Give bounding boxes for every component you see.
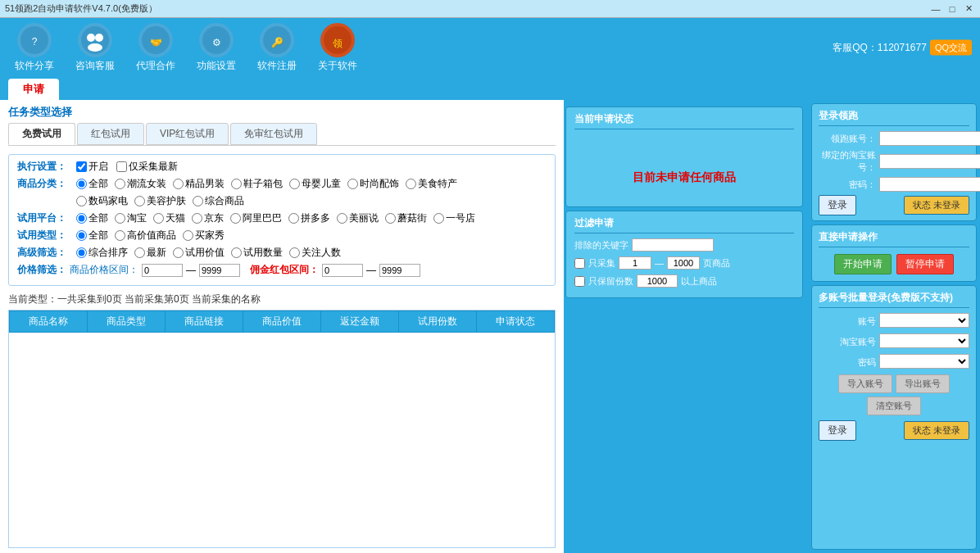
execute-checkbox-wrapper[interactable]: 开启 [76,160,108,174]
platform-setting-row: 试用平台： 全部 淘宝 天猫 京东 阿里巴巴 拼多多 美丽说 蘑菇街 一号店 [17,211,547,225]
col-apply-status: 申请状态 [477,311,555,333]
category-label: 商品分类： [17,177,75,191]
window-controls: — □ ✕ [929,3,975,15]
platform-pinduoduo[interactable]: 拼多多 [288,211,330,225]
trytype-highvalue[interactable]: 高价值商品 [115,229,176,243]
qq-badge[interactable]: QQ交流 [930,40,972,56]
coupon-from-input[interactable] [322,264,363,277]
execute-checkbox[interactable] [76,161,87,172]
trytype-buyershow[interactable]: 买家秀 [183,229,225,243]
svg-point-3 [87,34,95,42]
filter-keep-label: 只保留份数 [588,275,633,288]
toolbar-item-consult[interactable]: 咨询客服 [69,23,121,73]
advanced-followers[interactable]: 关注人数 [289,246,341,260]
toolbar-item-register[interactable]: 🔑 软件注册 [251,23,303,73]
maximize-button[interactable]: □ [946,3,959,15]
category-digital[interactable]: 数码家电 [76,194,128,208]
category-food[interactable]: 美食特产 [406,177,457,191]
svg-text:🤝: 🤝 [150,36,162,48]
task-tab-free[interactable]: 免费试用 [8,123,75,145]
filter-keep-row: 只保留份数 以上商品 [574,274,794,288]
close-button[interactable]: ✕ [962,3,975,15]
price-from-input[interactable] [142,264,183,277]
advanced-newest[interactable]: 最新 [134,246,166,260]
advanced-overall[interactable]: 综合排序 [76,246,128,260]
multi-account-title: 多账号批量登录(免费版不支持) [819,291,969,308]
multi-login-button[interactable]: 登录 [819,420,856,441]
task-tab-freeaudit[interactable]: 免审红包试用 [230,123,317,145]
toolbar-item-function[interactable]: ⚙ 功能设置 [190,23,243,73]
platform-radio-group: 全部 淘宝 天猫 京东 阿里巴巴 拼多多 美丽说 蘑菇街 一号店 [76,211,475,225]
multi-password-select[interactable] [879,354,969,369]
category-baby[interactable]: 母婴儿童 [289,177,341,191]
filter-keep-checkbox[interactable] [574,276,585,287]
apply-status-message: 目前未申请任何商品 [574,154,794,202]
clear-account-button[interactable]: 清空账号 [867,397,921,415]
account-input[interactable] [879,131,980,146]
login-status-button[interactable]: 状态 未登录 [904,196,969,215]
direct-apply-panel: 直接申请操作 开始申请 暂停申请 [811,224,977,282]
taobao-input[interactable] [879,154,980,169]
execute-setting-row: 执行设置： 开启 仅采集最新 [17,160,547,174]
toolbar-item-about[interactable]: 领 关于软件 [311,23,364,73]
consult-icon [78,23,112,57]
multi-status-button[interactable]: 状态 未登录 [904,421,969,440]
multi-taobao-label: 淘宝账号 [819,336,876,348]
category-beauty[interactable]: 美容护肤 [134,194,186,208]
start-apply-button[interactable]: 开始申请 [834,254,892,274]
login-button[interactable]: 登录 [819,195,856,215]
category-shoes[interactable]: 鞋子箱包 [231,177,283,191]
category-all[interactable]: 全部 [76,177,108,191]
center-right-panels: 当前申请状态 目前未申请任何商品 过滤申请 排除的关键字 只采集 — 页商品 只… [564,100,808,553]
tab-apply[interactable]: 申请 [8,79,59,100]
multi-taobao-select[interactable] [879,333,969,348]
platform-yihaodian[interactable]: 一号店 [433,211,475,225]
filter-collect-label: 只采集 [588,257,615,270]
filter-keyword-input[interactable] [632,238,714,252]
task-tab-vip[interactable]: VIP红包试用 [146,123,229,145]
trytype-all[interactable]: 全部 [76,229,108,243]
platform-taobao[interactable]: 淘宝 [115,211,147,225]
category-accessories[interactable]: 时尚配饰 [347,177,399,191]
minimize-button[interactable]: — [929,3,942,15]
taobao-label: 绑定的淘宝账号： [819,149,876,174]
platform-tmall[interactable]: 天猫 [153,211,185,225]
newest-checkbox[interactable] [116,161,127,172]
login-panel-title: 登录领跑 [819,109,969,126]
platform-mogujie[interactable]: 蘑菇街 [385,211,427,225]
filter-keep-input[interactable] [637,274,678,288]
newest-checkbox-wrapper[interactable]: 仅采集最新 [116,160,178,174]
price-to-input[interactable] [199,264,240,277]
category-general[interactable]: 综合商品 [193,194,244,208]
advanced-trialcount[interactable]: 试用数量 [231,246,283,260]
platform-alibaba[interactable]: 阿里巴巴 [230,211,282,225]
category-men[interactable]: 精品男装 [173,177,225,191]
export-account-button[interactable]: 导出账号 [896,374,950,393]
coupon-to-input[interactable] [379,264,420,277]
category-radio-group2: 数码家电 美容护肤 综合商品 [76,194,244,208]
login-panel: 登录领跑 领跑账号： 绑定的淘宝账号： 密码： 登录 状态 未登录 [811,103,977,221]
category-fashion-women[interactable]: 潮流女装 [115,177,166,191]
filter-collect-to[interactable] [667,256,700,270]
platform-meilishuo[interactable]: 美丽说 [337,211,379,225]
filter-collect-checkbox[interactable] [574,258,585,269]
toolbar-item-agent[interactable]: 🤝 代理合作 [129,23,182,73]
main-layout: 任务类型选择 免费试用 红包试用 VIP红包试用 免审红包试用 执行设置： 开启… [0,100,980,553]
stop-apply-button[interactable]: 暂停申请 [896,254,954,274]
tab-strip: 申请 [0,77,980,100]
current-status: 当前类型：一共采集到0页 当前采集第0页 当前采集的名称 [0,289,564,310]
task-tab-coupon[interactable]: 红包试用 [77,123,144,145]
toolbar-label-register: 软件注册 [257,59,297,73]
col-product-name: 商品名称 [10,311,88,333]
trytype-setting-row: 试用类型： 全部 高价值商品 买家秀 [17,229,547,243]
import-account-button[interactable]: 导入账号 [838,374,892,393]
advanced-radio-group: 综合排序 最新 试用价值 试用数量 关注人数 [76,246,341,260]
filter-collect-from[interactable] [619,256,651,270]
multi-account-select[interactable] [879,313,969,328]
advanced-trialvalue[interactable]: 试用价值 [173,246,225,260]
password-input[interactable] [879,177,980,192]
multi-taobao-row: 淘宝账号 [819,333,969,351]
platform-all[interactable]: 全部 [76,211,108,225]
platform-jd[interactable]: 京东 [192,211,224,225]
toolbar-item-software-share[interactable]: ? 软件分享 [8,23,61,73]
